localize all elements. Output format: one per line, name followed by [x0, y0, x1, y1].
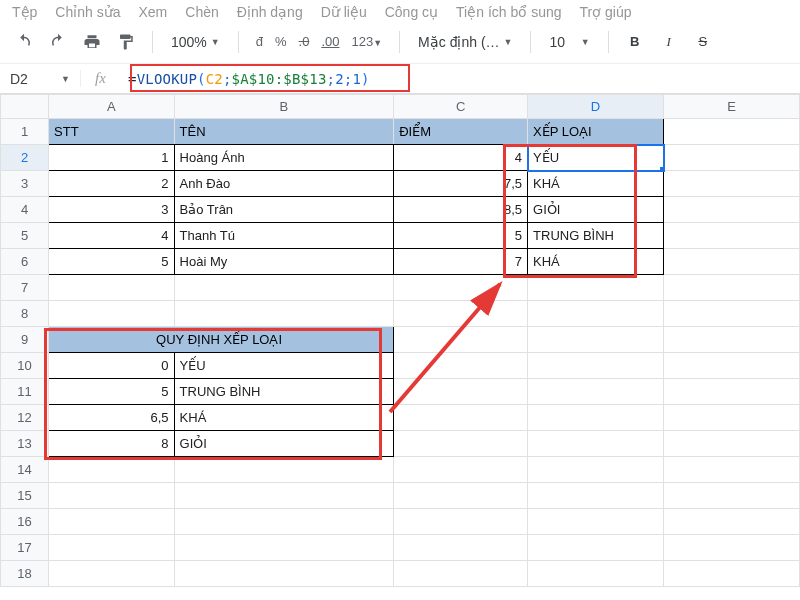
menu-item[interactable]: Tiện ích bổ sung [456, 4, 561, 16]
cell[interactable] [394, 327, 528, 353]
cell[interactable] [664, 431, 800, 457]
lookup-label[interactable]: GIỎI [174, 431, 394, 457]
cell[interactable] [664, 301, 800, 327]
font-size-select[interactable]: 10 ▼ [543, 28, 595, 56]
cell[interactable] [49, 535, 174, 561]
row-header[interactable]: 4 [1, 197, 49, 223]
cell[interactable] [394, 483, 528, 509]
menu-item[interactable]: Dữ liệu [321, 4, 367, 16]
cell[interactable] [528, 431, 664, 457]
row-header[interactable]: 3 [1, 171, 49, 197]
row-header[interactable]: 17 [1, 535, 49, 561]
cell[interactable] [394, 275, 528, 301]
row-header[interactable]: 8 [1, 301, 49, 327]
cell[interactable] [394, 509, 528, 535]
cell[interactable] [664, 275, 800, 301]
cell-ten[interactable]: Hoài My [174, 249, 394, 275]
lookup-label[interactable]: KHÁ [174, 405, 394, 431]
cell[interactable] [664, 457, 800, 483]
row-header[interactable]: 5 [1, 223, 49, 249]
cell[interactable] [174, 275, 394, 301]
print-button[interactable] [78, 28, 106, 56]
cell[interactable] [394, 535, 528, 561]
cell[interactable] [528, 405, 664, 431]
font-family-select[interactable]: Mặc định (…▼ [412, 28, 518, 56]
cell[interactable] [664, 379, 800, 405]
cell[interactable] [49, 301, 174, 327]
increase-decimal-button[interactable]: .00 [316, 34, 344, 49]
cell[interactable] [528, 379, 664, 405]
row-header[interactable]: 9 [1, 327, 49, 353]
cell-stt[interactable]: 4 [49, 223, 174, 249]
menu-item[interactable]: Chỉnh sửa [55, 4, 120, 16]
menu-item[interactable]: Trợ giúp [580, 4, 632, 16]
cell[interactable] [49, 275, 174, 301]
redo-button[interactable] [44, 28, 72, 56]
cell-xeploai[interactable]: YẾU [528, 145, 664, 171]
cell[interactable] [394, 405, 528, 431]
cell[interactable] [394, 457, 528, 483]
cell[interactable] [528, 275, 664, 301]
row-header[interactable]: 16 [1, 509, 49, 535]
header-xeploai[interactable]: XẾP LOẠI [528, 119, 664, 145]
cell-diem[interactable]: 7,5 [394, 171, 528, 197]
percent-button[interactable]: % [270, 34, 292, 49]
cell[interactable] [174, 301, 394, 327]
row-header[interactable]: 10 [1, 353, 49, 379]
cell[interactable] [174, 457, 394, 483]
italic-button[interactable]: I [655, 28, 683, 56]
row-header[interactable]: 14 [1, 457, 49, 483]
cell[interactable] [664, 509, 800, 535]
cell[interactable] [664, 353, 800, 379]
header-stt[interactable]: STT [49, 119, 174, 145]
cell[interactable] [664, 119, 800, 145]
menu-item[interactable]: Tệp [12, 4, 37, 16]
cell[interactable] [394, 561, 528, 587]
cell[interactable] [49, 509, 174, 535]
lookup-threshold[interactable]: 5 [49, 379, 174, 405]
cell-diem[interactable]: 7 [394, 249, 528, 275]
cell-xeploai[interactable]: GIỎI [528, 197, 664, 223]
cell[interactable] [528, 483, 664, 509]
cell[interactable] [528, 353, 664, 379]
row-header[interactable]: 18 [1, 561, 49, 587]
row-header[interactable]: 6 [1, 249, 49, 275]
more-formats-button[interactable]: 123▼ [346, 34, 387, 49]
menu-item[interactable]: Chèn [185, 4, 218, 16]
formula-input[interactable]: =VLOOKUP(C2;$A$10:$B$13;2;1) [120, 71, 800, 87]
strikethrough-button[interactable]: S [689, 28, 717, 56]
header-diem[interactable]: ĐIỂM [394, 119, 528, 145]
cell[interactable] [528, 509, 664, 535]
cell[interactable] [174, 535, 394, 561]
cell-xeploai[interactable]: KHÁ [528, 171, 664, 197]
cell-ten[interactable]: Hoàng Ánh [174, 145, 394, 171]
row-header[interactable]: 15 [1, 483, 49, 509]
menu-item[interactable]: Định dạng [237, 4, 303, 16]
cell[interactable] [49, 483, 174, 509]
header-ten[interactable]: TÊN [174, 119, 394, 145]
decrease-decimal-button[interactable]: .0 [294, 34, 315, 49]
cell-stt[interactable]: 2 [49, 171, 174, 197]
cell[interactable] [174, 509, 394, 535]
cell-xeploai[interactable]: KHÁ [528, 249, 664, 275]
cell-stt[interactable]: 1 [49, 145, 174, 171]
cell[interactable] [394, 379, 528, 405]
row-header[interactable]: 11 [1, 379, 49, 405]
cell[interactable] [664, 483, 800, 509]
cell[interactable] [664, 249, 800, 275]
cell-diem[interactable]: 4 [394, 145, 528, 171]
row-header[interactable]: 12 [1, 405, 49, 431]
undo-button[interactable] [10, 28, 38, 56]
cell-ten[interactable]: Bảo Trân [174, 197, 394, 223]
menu-item[interactable]: Xem [139, 4, 168, 16]
name-box[interactable]: D2 ▼ [0, 71, 80, 87]
cell-stt[interactable]: 3 [49, 197, 174, 223]
paint-format-button[interactable] [112, 28, 140, 56]
currency-button[interactable]: đ [251, 34, 268, 49]
cell[interactable] [664, 535, 800, 561]
column-header-e[interactable]: E [664, 95, 800, 119]
cell[interactable] [528, 535, 664, 561]
cell[interactable] [394, 301, 528, 327]
cell[interactable] [394, 431, 528, 457]
lookup-title[interactable]: QUY ĐỊNH XẾP LOẠI [49, 327, 174, 353]
